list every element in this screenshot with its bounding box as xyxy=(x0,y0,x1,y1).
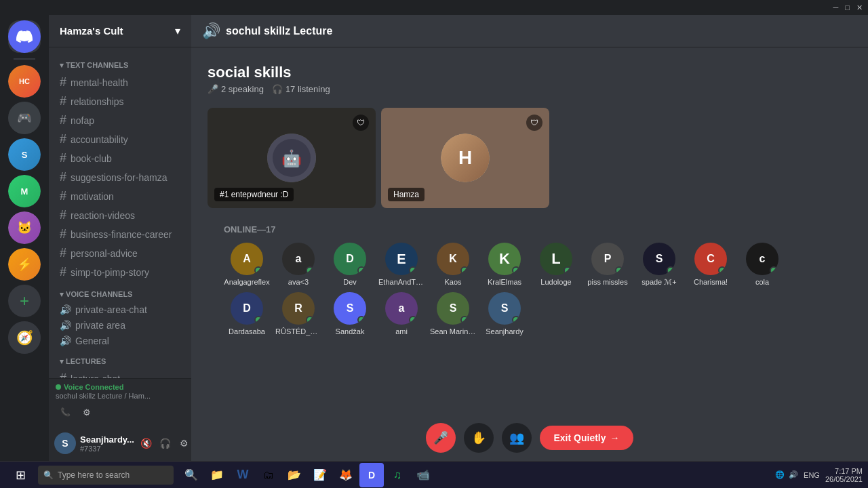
explore-servers-button[interactable]: 🧭 xyxy=(8,321,41,354)
channel-private-area[interactable]: 🔊private area xyxy=(54,318,186,333)
online-user-ethan[interactable]: E EthanAndThe... xyxy=(378,243,425,287)
channel-simp-pimp[interactable]: #simp-to-pimp-story xyxy=(54,263,186,281)
taskbar-app-notepad[interactable]: 📝 xyxy=(308,463,332,487)
hash-icon: # xyxy=(60,94,66,108)
user-avatar: E xyxy=(385,243,418,275)
online-user-kralelmas[interactable]: K KralElmas xyxy=(481,243,528,287)
online-user-dardasaba[interactable]: D Dardasaba xyxy=(224,292,270,336)
raise-hand-button[interactable]: ✋ xyxy=(464,423,494,453)
online-user-charisma[interactable]: C Charisma! xyxy=(688,243,734,287)
user-name: Dev xyxy=(327,278,373,286)
channel-suggestions[interactable]: #suggestions-for-hamza xyxy=(54,168,186,186)
channel-nofap[interactable]: #nofap xyxy=(54,111,186,129)
server-icon-3[interactable]: S xyxy=(8,138,41,171)
server-name-bar[interactable]: Hamza's Cult ▾ xyxy=(49,15,191,47)
lectures-category[interactable]: ▾ LECTURES xyxy=(49,349,191,369)
user-avatar: P xyxy=(591,243,624,275)
online-user-dev[interactable]: D Dev xyxy=(327,243,373,287)
mute-button[interactable]: 🎤 xyxy=(426,423,456,453)
channel-relationships[interactable]: #relationships xyxy=(54,92,186,110)
exit-arrow-icon: → xyxy=(610,432,620,443)
close-button[interactable]: ✕ xyxy=(856,3,863,12)
channel-lecture-chat[interactable]: #lecture-chat xyxy=(54,369,186,378)
online-user-seanjhardy[interactable]: S Seanjhardy xyxy=(481,292,528,336)
server-list: HC 🎮 S M 🐱 ⚡ + 🧭 xyxy=(0,15,49,461)
server-icon-6[interactable]: ⚡ xyxy=(8,248,41,281)
speaker-cards: 🛡 🤖 #1 entepwdneur :D 🛡 xyxy=(208,108,852,208)
exit-quietly-button[interactable]: Exit Quietly → xyxy=(540,426,633,450)
server-icon-5[interactable]: 🐱 xyxy=(8,211,41,244)
channel-motivation[interactable]: #motivation xyxy=(54,187,186,205)
taskbar-app-search[interactable]: 🔍 xyxy=(179,463,203,487)
stage-info: 🎤 2 speaking 🎧 17 listening xyxy=(208,84,852,94)
hash-icon: # xyxy=(60,246,66,260)
maximize-button[interactable]: □ xyxy=(845,3,850,12)
text-channels-category[interactable]: ▾ TEXT CHANNELS xyxy=(49,53,191,73)
user-controls: 🔇 🎧 ⚙ xyxy=(138,435,191,451)
user-name: spade ℳ+ xyxy=(636,278,682,287)
taskbar-app-spotify[interactable]: ♫ xyxy=(385,463,410,487)
online-user-analgagreflex[interactable]: A Analgagreflex xyxy=(224,243,270,287)
online-user-piss[interactable]: P piss missles xyxy=(585,243,631,287)
voice-channels-category[interactable]: ▾ VOICE CHANNELS xyxy=(49,282,191,302)
user-info: Seanjhardy... #7337 xyxy=(80,434,134,453)
start-button[interactable]: ⊞ xyxy=(5,465,35,485)
vc-disconnect-icon[interactable]: 📞 xyxy=(56,403,75,422)
speaking-count: 2 speaking xyxy=(221,84,264,94)
taskbar-language: ENG xyxy=(804,471,820,479)
vc-settings-icon[interactable]: ⚙ xyxy=(77,403,96,422)
taskbar-search[interactable]: 🔍 Type here to search xyxy=(38,466,174,485)
channel-private-area-chat[interactable]: 🔊private-area-chat xyxy=(54,302,186,317)
channel-header: 🔊 sochul skillz Lecture xyxy=(191,15,868,47)
server-icon-4[interactable]: M xyxy=(8,175,41,207)
online-user-ludologe[interactable]: L Ludologe xyxy=(533,243,579,287)
taskbar-app-word[interactable]: W xyxy=(231,463,255,487)
online-user-rusted[interactable]: R RÛSTÉD_GLÀ... xyxy=(275,292,321,336)
channel-mental-health[interactable]: #mental-health xyxy=(54,73,186,92)
invite-button[interactable]: 👥 xyxy=(502,423,532,453)
online-user-sandzak[interactable]: S Sandžak xyxy=(327,292,373,336)
mute-icon[interactable]: 🔇 xyxy=(138,435,155,451)
channel-reaction-videos[interactable]: #reaction-videos xyxy=(54,206,186,224)
online-section: ONLINE—17 A Analgagreflex a ava<3 D Dev xyxy=(208,224,852,336)
add-server-button[interactable]: + xyxy=(8,285,41,317)
user-avatar: D xyxy=(334,243,366,275)
online-user-ami[interactable]: a ami xyxy=(378,292,425,336)
channel-business[interactable]: #business-finance-career xyxy=(54,225,186,243)
minimize-button[interactable]: ─ xyxy=(833,3,839,12)
taskbar-app-files[interactable]: 📁 xyxy=(205,463,229,487)
taskbar-apps: 🔍 📁 W 🗂 📂 📝 🦊 D ♫ 📹 xyxy=(179,463,435,487)
titlebar: ─ □ ✕ xyxy=(0,0,868,15)
user-name: Analgagreflex xyxy=(224,278,270,286)
taskbar-app-explorer[interactable]: 📂 xyxy=(282,463,307,487)
server-icon-2[interactable]: 🎮 xyxy=(8,102,41,134)
server-icon-discord[interactable] xyxy=(8,20,41,53)
deafen-icon[interactable]: 🎧 xyxy=(157,435,174,451)
channel-accountability[interactable]: #accountability xyxy=(54,130,186,148)
hash-icon: # xyxy=(60,151,66,165)
channel-general[interactable]: 🔊General xyxy=(54,333,186,348)
user-avatar: K xyxy=(488,243,521,275)
channel-personal-advice[interactable]: #personal-advice xyxy=(54,244,186,262)
online-user-ava[interactable]: a ava<3 xyxy=(275,243,321,287)
user-name: Kaos xyxy=(430,278,476,286)
user-avatar: S xyxy=(643,243,675,275)
hash-icon: # xyxy=(60,113,66,127)
voice-icon: 🔊 xyxy=(60,304,71,315)
online-user-kaos[interactable]: K Kaos xyxy=(430,243,476,287)
status-dot xyxy=(56,384,61,390)
taskbar-app-folder[interactable]: 🗂 xyxy=(256,463,281,487)
speaker-avatar: H xyxy=(441,134,490,182)
taskbar-date: 26/05/2021 xyxy=(825,475,863,483)
taskbar-app-obs[interactable]: 📹 xyxy=(411,463,435,487)
taskbar-app-discord[interactable]: D xyxy=(359,463,384,487)
online-user-spade[interactable]: S spade ℳ+ xyxy=(636,243,682,287)
online-user-cola[interactable]: c cola xyxy=(739,243,785,287)
channel-book-club[interactable]: #book-club xyxy=(54,149,186,167)
user-name: KralElmas xyxy=(481,278,528,286)
settings-icon[interactable]: ⚙ xyxy=(176,435,191,451)
taskbar-app-firefox[interactable]: 🦊 xyxy=(334,463,358,487)
speaking-info: 🎤 2 speaking xyxy=(208,84,264,94)
online-user-sean-marinelich[interactable]: S Sean Marinelich xyxy=(430,292,476,336)
server-icon-1[interactable]: HC xyxy=(8,65,41,98)
